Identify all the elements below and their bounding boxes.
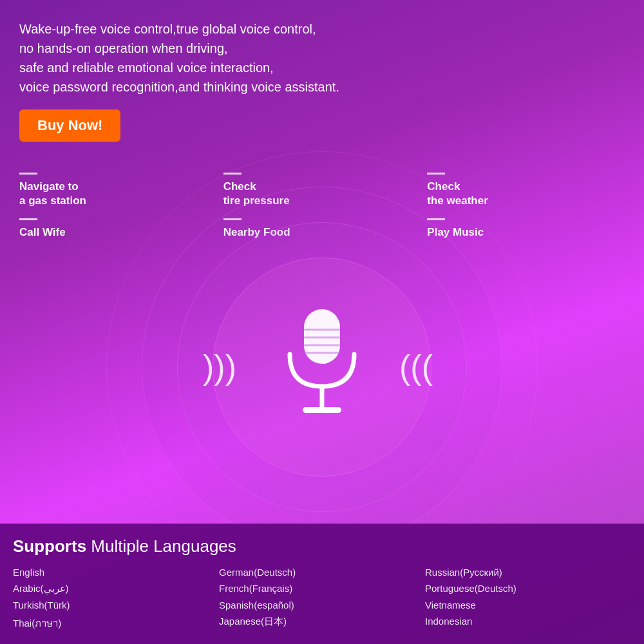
language-item: Vietnamese	[425, 600, 625, 611]
microphone-svg	[277, 303, 367, 431]
language-item: French(Français)	[219, 583, 419, 594]
feature-line-weather	[427, 173, 445, 175]
languages-section: Supports Multiple Languages EnglishGerma…	[0, 524, 644, 644]
mic-icon	[277, 303, 367, 431]
languages-title: Supports Multiple Languages	[13, 536, 625, 556]
languages-grid: EnglishGerman(Deutsch)Russian(Русский)Ar…	[13, 567, 625, 631]
sound-wave-right: (((	[399, 348, 433, 386]
language-item: Russian(Русский)	[425, 567, 625, 578]
microphone-section: ))) (((	[0, 245, 644, 489]
language-item: Arabic(عربي)	[13, 583, 213, 594]
language-item: German(Deutsch)	[219, 567, 419, 578]
feature-line-call	[19, 218, 37, 220]
svg-rect-6	[303, 407, 341, 413]
language-item: Portuguese(Deutsch)	[425, 583, 625, 594]
language-item: Indonesian	[425, 616, 625, 631]
wave-left-icon: )))	[203, 348, 236, 386]
top-section: Wake-up-free voice control,true global v…	[0, 0, 644, 155]
languages-title-bold: Supports	[13, 536, 86, 556]
sound-wave-left: )))	[203, 348, 236, 386]
wave-right-icon: (((	[399, 348, 433, 386]
feature-line-navigate	[19, 173, 37, 175]
language-item: Turkish(Türk)	[13, 600, 213, 611]
language-item: Spanish(español)	[219, 600, 419, 611]
tagline: Wake-up-free voice control,true global v…	[19, 19, 625, 97]
language-item: Thai(ภาษา)	[13, 616, 213, 631]
language-item: English	[13, 567, 213, 578]
buy-now-button[interactable]: Buy Now!	[19, 109, 120, 142]
language-item: Japanese(日本)	[219, 616, 419, 631]
languages-title-rest: Multiple Languages	[86, 536, 236, 556]
